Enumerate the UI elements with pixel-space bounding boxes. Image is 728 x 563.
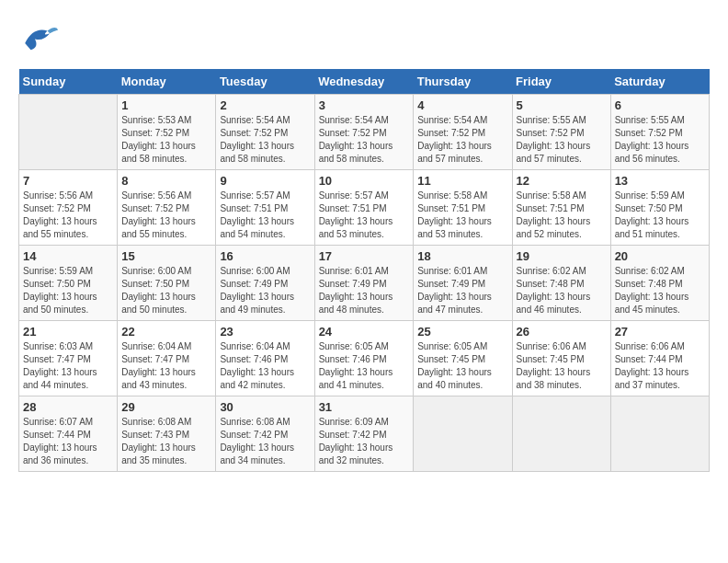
day-info: Sunrise: 6:02 AM Sunset: 7:48 PM Dayligh…: [615, 265, 705, 316]
calendar-cell: 29Sunrise: 6:08 AM Sunset: 7:43 PM Dayli…: [118, 396, 216, 472]
day-number: 3: [319, 98, 410, 112]
weekday-header-row: SundayMondayTuesdayWednesdayThursdayFrid…: [19, 69, 710, 95]
calendar-cell: 4Sunrise: 5:54 AM Sunset: 7:52 PM Daylig…: [414, 95, 512, 170]
day-number: 4: [417, 98, 507, 112]
week-row-3: 14Sunrise: 5:59 AM Sunset: 7:50 PM Dayli…: [19, 246, 710, 321]
day-number: 11: [417, 174, 507, 188]
day-number: 13: [615, 174, 705, 188]
calendar-cell: 14Sunrise: 5:59 AM Sunset: 7:50 PM Dayli…: [19, 246, 118, 321]
calendar-cell: 9Sunrise: 5:57 AM Sunset: 7:51 PM Daylig…: [216, 170, 314, 246]
calendar-cell: 17Sunrise: 6:01 AM Sunset: 7:49 PM Dayli…: [314, 246, 414, 321]
calendar-cell: 31Sunrise: 6:09 AM Sunset: 7:42 PM Dayli…: [314, 396, 414, 472]
day-number: 25: [417, 325, 507, 339]
calendar-cell: 1Sunrise: 5:53 AM Sunset: 7:52 PM Daylig…: [118, 95, 216, 170]
day-info: Sunrise: 6:05 AM Sunset: 7:45 PM Dayligh…: [417, 340, 507, 392]
calendar-cell: 18Sunrise: 6:01 AM Sunset: 7:49 PM Dayli…: [414, 246, 512, 321]
calendar-cell: 2Sunrise: 5:54 AM Sunset: 7:52 PM Daylig…: [216, 95, 314, 170]
calendar-cell: 27Sunrise: 6:06 AM Sunset: 7:44 PM Dayli…: [610, 321, 709, 396]
day-info: Sunrise: 6:04 AM Sunset: 7:47 PM Dayligh…: [121, 340, 211, 392]
day-number: 14: [23, 249, 113, 263]
day-number: 12: [517, 174, 607, 188]
calendar-cell: 21Sunrise: 6:03 AM Sunset: 7:47 PM Dayli…: [19, 321, 118, 396]
day-info: Sunrise: 5:59 AM Sunset: 7:50 PM Dayligh…: [615, 190, 705, 241]
day-number: 24: [319, 325, 410, 339]
calendar-cell: 25Sunrise: 6:05 AM Sunset: 7:45 PM Dayli…: [414, 321, 512, 396]
calendar-cell: 5Sunrise: 5:55 AM Sunset: 7:52 PM Daylig…: [512, 95, 610, 170]
calendar-cell: 30Sunrise: 6:08 AM Sunset: 7:42 PM Dayli…: [216, 396, 314, 472]
day-info: Sunrise: 5:54 AM Sunset: 7:52 PM Dayligh…: [319, 114, 410, 166]
calendar-cell: 28Sunrise: 6:07 AM Sunset: 7:44 PM Dayli…: [19, 396, 118, 472]
day-number: 23: [220, 325, 310, 339]
day-number: 7: [23, 174, 113, 188]
logo-bird-icon: [18, 18, 60, 60]
week-row-5: 28Sunrise: 6:07 AM Sunset: 7:44 PM Dayli…: [19, 396, 710, 472]
day-info: Sunrise: 6:08 AM Sunset: 7:42 PM Dayligh…: [220, 416, 310, 467]
day-info: Sunrise: 5:56 AM Sunset: 7:52 PM Dayligh…: [23, 190, 113, 241]
calendar-cell: [19, 95, 118, 170]
day-info: Sunrise: 5:58 AM Sunset: 7:51 PM Dayligh…: [417, 190, 507, 241]
calendar-cell: [610, 396, 709, 472]
day-info: Sunrise: 6:08 AM Sunset: 7:43 PM Dayligh…: [121, 416, 211, 467]
day-info: Sunrise: 6:00 AM Sunset: 7:49 PM Dayligh…: [220, 265, 310, 316]
day-info: Sunrise: 5:57 AM Sunset: 7:51 PM Dayligh…: [220, 190, 310, 241]
day-number: 2: [220, 98, 310, 112]
calendar-cell: 16Sunrise: 6:00 AM Sunset: 7:49 PM Dayli…: [216, 246, 314, 321]
day-number: 6: [615, 98, 705, 112]
weekday-header-tuesday: Tuesday: [216, 69, 314, 95]
weekday-header-friday: Friday: [512, 69, 610, 95]
week-row-2: 7Sunrise: 5:56 AM Sunset: 7:52 PM Daylig…: [19, 170, 710, 246]
day-info: Sunrise: 5:56 AM Sunset: 7:52 PM Dayligh…: [121, 190, 211, 241]
day-number: 8: [121, 174, 211, 188]
calendar-cell: 15Sunrise: 6:00 AM Sunset: 7:50 PM Dayli…: [118, 246, 216, 321]
day-number: 30: [220, 400, 310, 414]
day-info: Sunrise: 5:57 AM Sunset: 7:51 PM Dayligh…: [319, 190, 410, 241]
day-info: Sunrise: 6:00 AM Sunset: 7:50 PM Dayligh…: [121, 265, 211, 316]
calendar-cell: 22Sunrise: 6:04 AM Sunset: 7:47 PM Dayli…: [118, 321, 216, 396]
day-number: 10: [319, 174, 410, 188]
weekday-header-saturday: Saturday: [610, 69, 709, 95]
day-number: 28: [23, 400, 113, 414]
calendar-cell: 24Sunrise: 6:05 AM Sunset: 7:46 PM Dayli…: [314, 321, 414, 396]
day-number: 16: [220, 249, 310, 263]
day-info: Sunrise: 6:03 AM Sunset: 7:47 PM Dayligh…: [23, 340, 113, 392]
day-info: Sunrise: 6:01 AM Sunset: 7:49 PM Dayligh…: [417, 265, 507, 316]
day-info: Sunrise: 5:54 AM Sunset: 7:52 PM Dayligh…: [220, 114, 310, 166]
logo: [18, 18, 63, 60]
day-info: Sunrise: 5:55 AM Sunset: 7:52 PM Dayligh…: [615, 114, 705, 166]
weekday-header-sunday: Sunday: [19, 69, 118, 95]
day-number: 29: [121, 400, 211, 414]
day-info: Sunrise: 6:09 AM Sunset: 7:42 PM Dayligh…: [319, 416, 410, 467]
day-info: Sunrise: 5:58 AM Sunset: 7:51 PM Dayligh…: [517, 190, 607, 241]
day-info: Sunrise: 5:54 AM Sunset: 7:52 PM Dayligh…: [417, 114, 507, 166]
day-number: 22: [121, 325, 211, 339]
week-row-1: 1Sunrise: 5:53 AM Sunset: 7:52 PM Daylig…: [19, 95, 710, 170]
day-info: Sunrise: 5:53 AM Sunset: 7:52 PM Dayligh…: [121, 114, 211, 166]
calendar-cell: [512, 396, 610, 472]
day-number: 15: [121, 249, 211, 263]
calendar-cell: 13Sunrise: 5:59 AM Sunset: 7:50 PM Dayli…: [610, 170, 709, 246]
day-info: Sunrise: 6:04 AM Sunset: 7:46 PM Dayligh…: [220, 340, 310, 392]
calendar-cell: 3Sunrise: 5:54 AM Sunset: 7:52 PM Daylig…: [314, 95, 414, 170]
day-number: 17: [319, 249, 410, 263]
day-number: 19: [517, 249, 607, 263]
calendar-cell: 20Sunrise: 6:02 AM Sunset: 7:48 PM Dayli…: [610, 246, 709, 321]
day-number: 9: [220, 174, 310, 188]
day-number: 1: [121, 98, 211, 112]
weekday-header-thursday: Thursday: [414, 69, 512, 95]
day-info: Sunrise: 6:05 AM Sunset: 7:46 PM Dayligh…: [319, 340, 410, 392]
day-number: 21: [23, 325, 113, 339]
weekday-header-monday: Monday: [118, 69, 216, 95]
calendar-cell: 8Sunrise: 5:56 AM Sunset: 7:52 PM Daylig…: [118, 170, 216, 246]
weekday-header-wednesday: Wednesday: [314, 69, 414, 95]
day-info: Sunrise: 5:59 AM Sunset: 7:50 PM Dayligh…: [23, 265, 113, 316]
day-info: Sunrise: 6:06 AM Sunset: 7:45 PM Dayligh…: [517, 340, 607, 392]
week-row-4: 21Sunrise: 6:03 AM Sunset: 7:47 PM Dayli…: [19, 321, 710, 396]
day-info: Sunrise: 6:07 AM Sunset: 7:44 PM Dayligh…: [23, 416, 113, 467]
day-info: Sunrise: 6:01 AM Sunset: 7:49 PM Dayligh…: [319, 265, 410, 316]
day-info: Sunrise: 6:02 AM Sunset: 7:48 PM Dayligh…: [517, 265, 607, 316]
day-info: Sunrise: 5:55 AM Sunset: 7:52 PM Dayligh…: [517, 114, 607, 166]
calendar-cell: 26Sunrise: 6:06 AM Sunset: 7:45 PM Dayli…: [512, 321, 610, 396]
day-number: 5: [517, 98, 607, 112]
calendar-cell: 7Sunrise: 5:56 AM Sunset: 7:52 PM Daylig…: [19, 170, 118, 246]
day-number: 20: [615, 249, 705, 263]
